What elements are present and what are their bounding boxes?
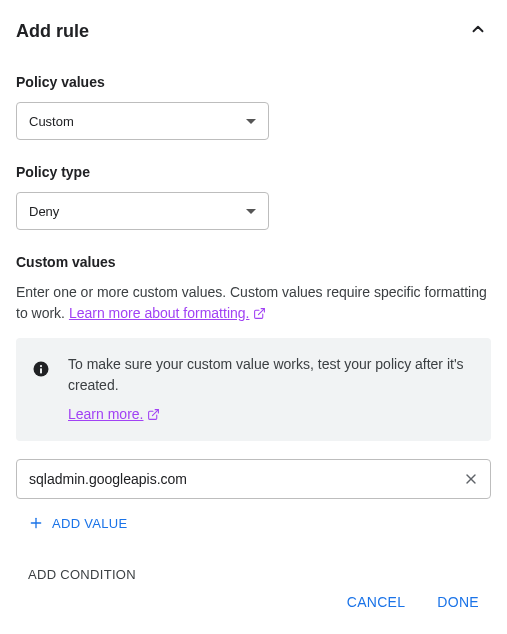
- add-value-button[interactable]: ADD VALUE: [16, 509, 139, 537]
- policy-type-select[interactable]: Deny: [16, 192, 269, 230]
- done-button[interactable]: DONE: [425, 586, 491, 618]
- clear-input-button[interactable]: [455, 463, 487, 495]
- collapse-button[interactable]: [465, 16, 491, 46]
- external-link-icon: [147, 408, 160, 421]
- custom-values-label: Custom values: [16, 254, 491, 270]
- info-icon: [32, 354, 50, 425]
- svg-line-4: [153, 410, 159, 416]
- custom-values-section: Custom values Enter one or more custom v…: [16, 254, 491, 561]
- policy-values-section: Policy values Custom: [16, 74, 491, 140]
- chevron-up-icon: [469, 20, 487, 38]
- svg-point-2: [40, 365, 42, 367]
- policy-type-section: Policy type Deny: [16, 164, 491, 230]
- panel-title: Add rule: [16, 21, 89, 42]
- custom-value-input[interactable]: [16, 459, 491, 499]
- panel-header: Add rule: [16, 16, 491, 46]
- close-icon: [463, 471, 479, 487]
- callout-message: To make sure your custom value works, te…: [68, 354, 475, 396]
- add-condition-button[interactable]: ADD CONDITION: [16, 561, 148, 588]
- policy-type-selected: Deny: [29, 204, 59, 219]
- add-value-label: ADD VALUE: [52, 516, 127, 531]
- policy-type-label: Policy type: [16, 164, 491, 180]
- cancel-button[interactable]: CANCEL: [335, 586, 418, 618]
- custom-value-input-wrap: [16, 459, 491, 499]
- learn-more-callout-link[interactable]: Learn more.: [68, 404, 160, 425]
- policy-values-select[interactable]: Custom: [16, 102, 269, 140]
- dropdown-arrow-icon: [246, 209, 256, 214]
- svg-line-0: [259, 309, 265, 315]
- plus-icon: [28, 515, 44, 531]
- policy-values-selected: Custom: [29, 114, 74, 129]
- dropdown-arrow-icon: [246, 119, 256, 124]
- custom-values-description: Enter one or more custom values. Custom …: [16, 282, 491, 324]
- svg-rect-3: [40, 368, 42, 373]
- info-callout: To make sure your custom value works, te…: [16, 338, 491, 441]
- footer-actions: CANCEL DONE: [335, 586, 491, 618]
- policy-values-label: Policy values: [16, 74, 491, 90]
- learn-more-formatting-link[interactable]: Learn more about formatting.: [69, 303, 267, 324]
- external-link-icon: [253, 307, 266, 320]
